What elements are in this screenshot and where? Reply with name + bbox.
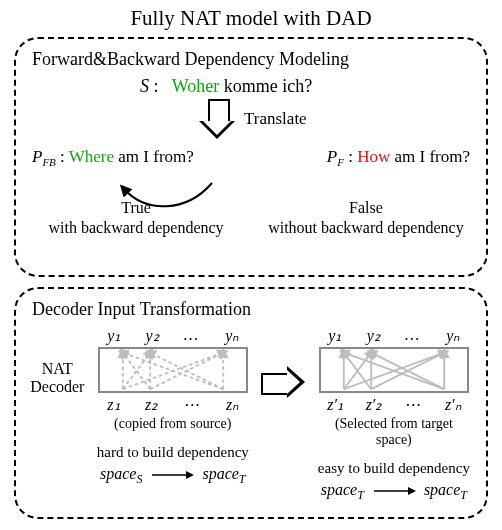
diagram-root: Fully NAT model with DAD Forward&Backwar… [0,0,502,530]
pfb-rest: am I from? [118,147,194,166]
pfb-output: PFB : Where am I from? [32,147,194,168]
pfb-symbol: P [32,147,42,166]
source-sentence: S : Woher komme ich? [140,76,472,97]
translate-label: Translate [244,109,307,129]
source-symbol: S [140,76,149,96]
big-right-arrow-icon [261,366,306,398]
outputs-row: PFB : Where am I from? PF : How am I fro… [30,147,472,168]
right-arrow-icon [372,485,416,497]
pf-symbol: P [327,147,337,166]
left-caption-2: hard to build dependency [95,444,251,461]
nat-decoder-label: NAT Decoder [30,360,85,397]
true-desc: with backward dependency [30,218,242,238]
down-arrow-icon [200,99,234,139]
z-row-left: z₁ z₂ ⋯ zₙ [95,395,251,414]
pfb-highlight-word: Where [69,147,114,166]
left-caption-1: (copied from source) [95,416,251,432]
y-row-left: y₁ y₂ … yₙ [95,326,251,345]
right-space-map: spaceT spaceT [316,481,472,503]
pf-output: PF : How am I from? [327,147,470,168]
source-highlight-word: Woher [172,76,220,96]
pf-highlight-word: How [357,147,390,166]
decoder-box-right [319,347,469,393]
bottom-heading: Decoder Input Transformation [32,299,472,320]
translate-arrow-row: Translate [200,97,472,145]
figure-title: Fully NAT model with DAD [14,6,488,31]
panel-decoder-input: Decoder Input Transformation NAT Decoder… [14,287,488,519]
y-row-right: y₁ y₂ … yₙ [316,326,472,345]
source-rest: komme ich? [224,76,312,96]
false-desc: without backward dependency [260,218,472,238]
decoder-right-col: y₁ y₂ … yₙ [316,326,472,503]
svg-line-8 [150,353,223,390]
right-caption-2: easy to build dependency [316,460,472,477]
false-label: False [260,198,472,218]
decoder-row: NAT Decoder y₁ y₂ … yₙ [30,326,472,503]
right-caption-1: (Selected from target space) [316,416,472,448]
verdict-false: False without backward dependency [260,198,472,238]
pfb-subscript: FB [42,156,55,168]
decoder-left-col: y₁ y₂ … yₙ [95,326,251,487]
z-row-right: z′₁ z′₂ ⋯ z′ₙ [316,395,472,414]
top-heading: Forward&Backward Dependency Modeling [32,49,472,70]
right-arrow-icon [150,469,194,481]
pf-rest: am I from? [394,147,470,166]
decoder-box-left [98,347,248,393]
pf-subscript: F [337,156,344,168]
backward-arrow-icon [116,179,216,215]
verdict-row: True with backward dependency False with… [30,198,472,238]
left-space-map: spaceS spaceT [95,465,251,487]
panel-forward-backward: Forward&Backward Dependency Modeling S :… [14,37,488,277]
